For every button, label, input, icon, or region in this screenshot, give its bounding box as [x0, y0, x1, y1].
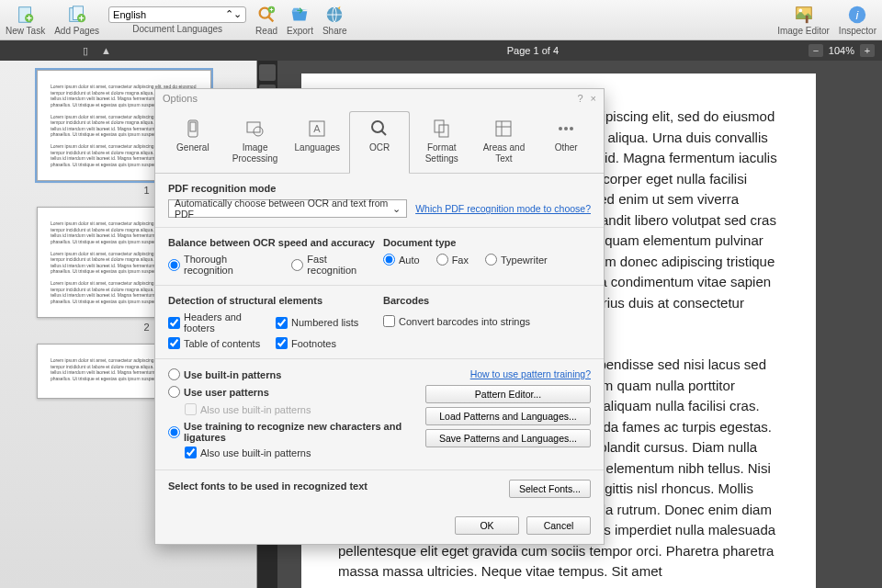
svg-point-25 [570, 127, 573, 130]
svg-rect-14 [190, 122, 196, 131]
read-button[interactable]: Read [255, 5, 277, 36]
cancel-button[interactable]: Cancel [526, 516, 591, 535]
pdf-mode-help-link[interactable]: Which PDF recognition mode to choose? [415, 203, 591, 214]
user-patterns-radio[interactable]: Use user patterns [168, 386, 269, 398]
thorough-radio[interactable]: Thorough recognition [168, 254, 275, 276]
tab-other[interactable]: Other [536, 111, 596, 173]
svg-point-9 [798, 8, 802, 12]
chevron-updown-icon: ⌃⌄ [225, 8, 242, 20]
dialog-title: Options [163, 93, 198, 104]
fonts-label: Select fonts to be used in recognized te… [168, 481, 368, 492]
barcodes-label: Barcodes [383, 295, 591, 306]
headers-check[interactable]: Headers and footers [168, 311, 268, 334]
typewriter-radio[interactable]: Typewriter [485, 254, 548, 266]
language-select[interactable]: English⌃⌄ [108, 6, 246, 23]
fast-radio[interactable]: Fast recognition [291, 254, 376, 276]
page-indicator: Page 1 of 4 [507, 45, 559, 56]
inspector-button[interactable]: iInspector [839, 5, 876, 36]
tab-general[interactable]: General [163, 111, 223, 173]
pdf-mode-label: PDF recognition mode [168, 183, 591, 194]
select-fonts-button[interactable]: Select Fonts... [509, 480, 591, 498]
load-patterns-button[interactable]: Load Patterns and Languages... [425, 407, 591, 425]
main-toolbar: New Task Add Pages English⌃⌄ Document La… [0, 0, 882, 40]
tab-languages[interactable]: ALanguages [287, 111, 347, 173]
svg-rect-10 [805, 15, 808, 22]
svg-rect-22 [496, 121, 511, 136]
ok-button[interactable]: OK [455, 516, 519, 535]
also-builtin-train-check[interactable]: Also use built-in patterns [185, 447, 311, 458]
struct-label: Detection of structural elements [168, 295, 376, 306]
language-label: Document Languages [132, 24, 222, 34]
svg-text:A: A [314, 123, 322, 134]
options-dialog: Options?× General Image Processing ALang… [154, 88, 605, 545]
svg-point-16 [254, 127, 263, 136]
barcodes-check[interactable]: Convert barcodes into strings [383, 315, 530, 327]
dialog-tabs: General Image Processing ALanguages OCR … [155, 107, 604, 174]
tab-ocr[interactable]: OCR [349, 111, 410, 174]
pdf-mode-select[interactable]: Automatically choose between OCR and tex… [168, 199, 407, 218]
warning-icon[interactable]: ▲ [101, 45, 111, 56]
svg-point-23 [559, 127, 562, 130]
pattern-training-link[interactable]: How to use pattern training? [470, 368, 591, 379]
builtin-patterns-radio[interactable]: Use built-in patterns [168, 368, 281, 380]
pattern-editor-button[interactable]: Pattern Editor... [425, 385, 591, 403]
tab-areas-text[interactable]: Areas and Text [474, 111, 535, 173]
numbered-check[interactable]: Numbered lists [276, 311, 376, 334]
zoom-in-button[interactable]: + [860, 44, 875, 57]
close-button[interactable]: × [591, 93, 596, 104]
also-builtin-user-check: Also use built-in patterns [185, 403, 311, 415]
auto-radio[interactable]: Auto [383, 254, 420, 266]
new-task-button[interactable]: New Task [6, 5, 45, 36]
document-icon[interactable]: ▯ [83, 45, 88, 57]
tab-format-settings[interactable]: Format Settings [412, 111, 472, 173]
share-button[interactable]: Share [322, 5, 347, 36]
fax-radio[interactable]: Fax [436, 254, 469, 266]
toc-check[interactable]: Table of contents [168, 337, 268, 349]
footnotes-check[interactable]: Footnotes [276, 337, 376, 349]
tab-image-processing[interactable]: Image Processing [225, 111, 286, 173]
image-editor-button[interactable]: Image Editor [777, 5, 830, 36]
svg-point-24 [564, 127, 568, 130]
balance-label: Balance between OCR speed and accuracy [168, 237, 376, 248]
save-patterns-button[interactable]: Save Patterns and Languages... [425, 429, 591, 447]
zoom-out-button[interactable]: − [808, 44, 823, 57]
help-button[interactable]: ? [577, 93, 582, 104]
tool-1[interactable] [259, 64, 276, 81]
doctype-label: Document type [383, 237, 591, 248]
add-pages-button[interactable]: Add Pages [54, 5, 99, 36]
export-button[interactable]: Export [287, 5, 313, 36]
training-radio[interactable]: Use training to recognize new characters… [168, 421, 416, 443]
zoom-level: 104% [827, 45, 856, 56]
chevron-down-icon: ⌄ [392, 203, 401, 214]
status-bar: ▯ ▲ Page 1 of 4 − 104% + [0, 40, 882, 61]
